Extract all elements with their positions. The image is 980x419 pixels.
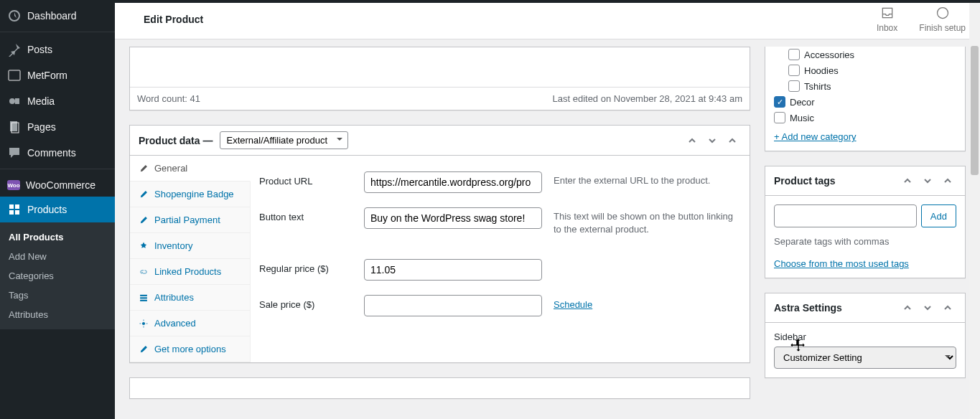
form-icon [7, 68, 22, 83]
menu-label: WooCommerce [26, 179, 95, 191]
menu-label: Pages [27, 121, 56, 133]
astra-settings-postbox: Astra Settings Sidebar Customizer Settin… [765, 293, 966, 378]
product-url-label: Product URL [259, 171, 353, 187]
category-item-tshirts[interactable]: Tshirts [774, 78, 956, 94]
products-icon [7, 202, 22, 217]
menu-dashboard[interactable]: Dashboard [0, 3, 115, 29]
tab-shopengine-badge[interactable]: Shopengine Badge [130, 182, 250, 207]
sale-price-label: Sale price ($) [259, 295, 353, 310]
topbar: Edit Product Inbox Finish setup [115, 0, 980, 39]
submenu-categories[interactable]: Categories [0, 266, 115, 286]
svg-point-8 [937, 8, 948, 19]
category-item-hoodies[interactable]: Hoodies [774, 62, 956, 78]
svg-rect-9 [140, 294, 147, 296]
toggle-button[interactable] [939, 299, 956, 316]
regular-price-label: Regular price ($) [259, 259, 353, 274]
editor-content-area[interactable] [130, 47, 750, 87]
last-edited: Last edited on November 28, 2021 at 9:43… [552, 93, 742, 104]
inbox-button[interactable]: Inbox [877, 6, 897, 33]
editor-postbox: Word count: 41 Last edited on November 2… [129, 47, 750, 110]
inbox-icon [880, 6, 895, 20]
add-new-category-link[interactable]: + Add new category [774, 131, 857, 142]
category-item-music[interactable]: Music [774, 110, 956, 126]
menu-woocommerce[interactable]: Woo WooCommerce [0, 174, 115, 197]
checkbox[interactable] [788, 49, 800, 60]
menu-metform[interactable]: MetForm [0, 62, 115, 88]
svg-point-12 [142, 321, 145, 324]
menu-label: Products [27, 204, 67, 215]
checkbox[interactable] [788, 80, 800, 92]
product-data-postbox: Product data — External/Affiliate produc… [129, 125, 750, 363]
word-count: Word count: 41 [137, 93, 200, 104]
submenu-add-new[interactable]: Add New [0, 247, 115, 266]
move-down-button[interactable] [919, 172, 936, 189]
tab-advanced[interactable]: Advanced [130, 311, 250, 336]
svg-rect-4 [9, 204, 14, 209]
tab-linked-products[interactable]: Linked Products [130, 259, 250, 285]
add-tag-button[interactable]: Add [921, 204, 956, 227]
checkbox[interactable] [774, 112, 785, 123]
circle-icon [935, 6, 950, 20]
button-text-label: Button text [259, 207, 353, 222]
tag-help-text: Separate tags with commas [774, 236, 956, 247]
finish-setup-button[interactable]: Finish setup [919, 6, 966, 33]
svg-rect-10 [140, 297, 147, 298]
checkbox-checked[interactable] [774, 96, 785, 108]
tab-partial-payment[interactable]: Partial Payment [130, 207, 250, 233]
category-item-accessories[interactable]: Accessories [774, 47, 956, 62]
svg-rect-7 [15, 210, 19, 215]
button-text-desc: This text will be shown on the button li… [554, 207, 741, 236]
menu-pages[interactable]: Pages [0, 114, 115, 140]
menu-comments[interactable]: Comments [0, 140, 115, 166]
scrollbar-track[interactable] [969, 3, 980, 419]
pin-icon [7, 42, 22, 57]
button-text-input[interactable] [364, 207, 542, 229]
move-down-button[interactable] [919, 299, 936, 316]
sidebar-select[interactable]: Customizer Setting [774, 347, 956, 369]
move-up-button[interactable] [683, 132, 701, 149]
svg-rect-6 [9, 210, 14, 215]
menu-posts[interactable]: Posts [0, 37, 115, 62]
product-url-desc: Enter the external URL to the product. [554, 171, 741, 187]
move-up-button[interactable] [899, 299, 916, 316]
woo-icon: Woo [7, 180, 20, 190]
products-submenu: All Products Add New Categories Tags Att… [0, 222, 115, 329]
product-type-select[interactable]: External/Affiliate product [220, 131, 348, 149]
choose-tags-link[interactable]: Choose from the most used tags [774, 258, 909, 269]
product-tabs: General Shopengine Badge Partial Payment… [130, 156, 251, 362]
scrollbar-thumb[interactable] [971, 46, 979, 175]
toggle-button[interactable] [939, 172, 956, 189]
dashboard-icon [7, 9, 22, 23]
admin-sidebar: Dashboard Posts MetForm Media Pages Comm… [0, 0, 115, 419]
tab-inventory[interactable]: Inventory [130, 233, 250, 259]
product-url-input[interactable] [364, 171, 542, 193]
checkbox[interactable] [788, 65, 800, 76]
tab-attributes[interactable]: Attributes [130, 285, 250, 311]
menu-label: Comments [27, 147, 76, 159]
product-tags-postbox: Product tags Add Separate tags with comm… [765, 166, 966, 278]
product-tags-title: Product tags [774, 175, 836, 187]
inbox-label: Inbox [877, 23, 897, 33]
submenu-tags[interactable]: Tags [0, 286, 115, 305]
sidebar-label: Sidebar [774, 331, 956, 342]
regular-price-input[interactable] [364, 259, 542, 281]
tab-get-more[interactable]: Get more options [130, 336, 250, 362]
submenu-all-products[interactable]: All Products [0, 227, 115, 247]
categories-postbox: Accessories Hoodies Tshirts Decor Music … [765, 47, 966, 151]
sale-price-input[interactable] [364, 295, 542, 316]
finish-label: Finish setup [919, 23, 966, 33]
svg-rect-0 [9, 70, 20, 80]
move-up-button[interactable] [899, 172, 916, 189]
menu-media[interactable]: Media [0, 88, 115, 114]
page-title: Edit Product [129, 14, 203, 25]
submenu-attributes[interactable]: Attributes [0, 305, 115, 324]
category-item-decor[interactable]: Decor [774, 94, 956, 110]
tab-general[interactable]: General [130, 156, 251, 182]
move-down-button[interactable] [704, 132, 721, 149]
schedule-link[interactable]: Schedule [554, 295, 592, 310]
svg-rect-11 [140, 299, 147, 301]
tag-input[interactable] [774, 204, 917, 227]
product-data-title: Product data — [139, 135, 213, 146]
menu-products[interactable]: Products [0, 197, 115, 222]
toggle-button[interactable] [724, 132, 741, 149]
